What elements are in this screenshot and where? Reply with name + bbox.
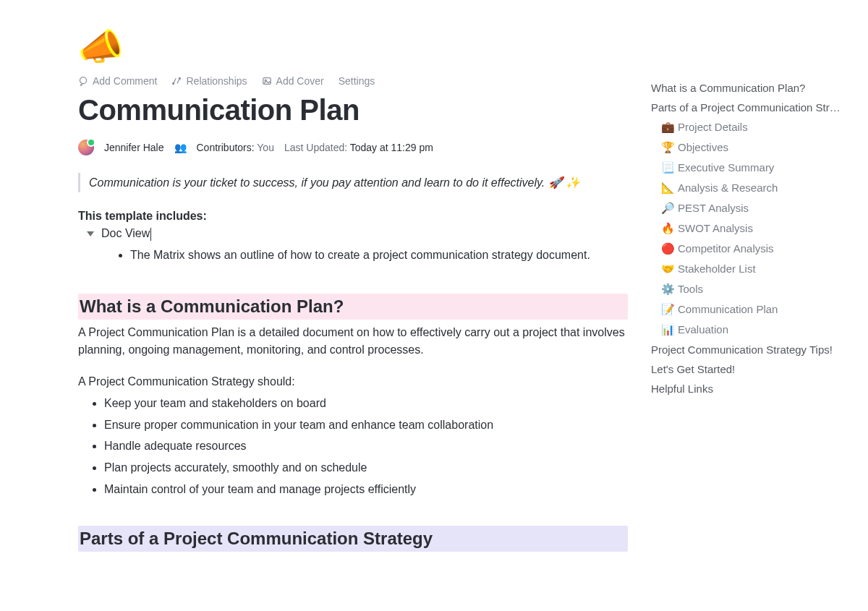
settings-button[interactable]: Settings [339, 75, 375, 87]
outline-subitem[interactable]: 📐Analysis & Research [651, 178, 846, 198]
outline-item[interactable]: Helpful Links [651, 379, 846, 398]
list-item: Handle adequate resources [104, 435, 628, 457]
list-item: Maintain control of your team and manage… [104, 479, 628, 500]
outline-sub-label: Executive Summary [678, 161, 774, 174]
outline-item[interactable]: Project Communication Strategy Tips! [651, 340, 846, 359]
contributors-value: You [257, 142, 274, 153]
outline-sub-label: Objectives [678, 141, 728, 153]
main-content: 📣 Add Comment Relationships Add Cover Se… [78, 29, 628, 556]
outline-sub-label: Competitor Analysis [678, 242, 774, 255]
doc-view-bullet-item: The Matrix shows an outline of how to cr… [130, 246, 628, 265]
outline-sub-label: PEST Analysis [678, 202, 749, 214]
svg-point-2 [179, 77, 181, 79]
page-title[interactable]: Communication Plan [78, 94, 628, 127]
red-circle-icon: 🔴 [661, 242, 675, 255]
last-updated-label: Last Updated: [284, 142, 347, 153]
outline-subitem[interactable]: ⚙️Tools [651, 279, 846, 299]
outline-sub-label: Analysis & Research [678, 181, 778, 194]
outline-subitem[interactable]: 📃Executive Summary [651, 158, 846, 178]
outline-subitem[interactable]: 🤝Stakeholder List [651, 259, 846, 279]
fire-icon: 🔥 [661, 222, 675, 234]
contributors[interactable]: Contributors: You [197, 142, 274, 153]
add-comment-label: Add Comment [93, 75, 157, 87]
gear-icon: ⚙️ [661, 283, 675, 295]
magnifier-icon: 🔎 [661, 202, 675, 214]
caret-down-icon [87, 231, 94, 236]
page-toolbar: Add Comment Relationships Add Cover Sett… [78, 75, 628, 87]
settings-label: Settings [339, 75, 375, 87]
relationships-button[interactable]: Relationships [171, 75, 247, 87]
outline-subitem[interactable]: 🔥SWOT Analysis [651, 218, 846, 239]
comment-icon [78, 76, 88, 86]
image-icon [262, 76, 272, 86]
outline-subitem[interactable]: 📝Communication Plan [651, 299, 846, 320]
page-meta: Jennifer Hale 👥 Contributors: You Last U… [78, 140, 628, 155]
handshake-icon: 🤝 [661, 262, 675, 275]
add-cover-label: Add Cover [276, 75, 324, 87]
list-item: Plan projects accurately, smoothly and o… [104, 457, 628, 479]
briefcase-icon: 💼 [661, 121, 675, 133]
doc-view-label: Doc View [101, 227, 150, 240]
outline-sub-label: Evaluation [678, 323, 728, 336]
outline-sub-label: Tools [678, 283, 703, 295]
outline-subitem[interactable]: 🔎PEST Analysis [651, 198, 846, 218]
author-avatar[interactable] [78, 140, 94, 155]
doc-view-toggle[interactable]: Doc View [78, 227, 628, 240]
add-comment-button[interactable]: Add Comment [78, 75, 157, 87]
add-cover-button[interactable]: Add Cover [262, 75, 324, 87]
last-updated: Last Updated: Today at 11:29 pm [284, 142, 433, 153]
outline-sidebar: What is a Communication Plan? Parts of a… [651, 78, 846, 398]
list-item: Ensure proper communication in your team… [104, 414, 628, 436]
svg-point-1 [173, 82, 174, 84]
section-heading-parts[interactable]: Parts of a Project Communication Strateg… [78, 526, 628, 552]
list-item: Keep your team and stakeholders on board [104, 393, 628, 414]
contributors-icon: 👥 [174, 142, 187, 153]
relationships-label: Relationships [186, 75, 247, 87]
section1-paragraph[interactable]: A Project Communication Plan is a detail… [78, 324, 628, 360]
bar-chart-icon: 📊 [661, 323, 675, 336]
triangle-ruler-icon: 📐 [661, 181, 675, 194]
contributors-label: Contributors: [197, 142, 255, 153]
doc-view-bullets[interactable]: The Matrix shows an outline of how to cr… [78, 246, 628, 265]
author-name[interactable]: Jennifer Hale [104, 142, 164, 153]
outline-subitem[interactable]: 📊Evaluation [651, 320, 846, 340]
outline-sub-label: SWOT Analysis [678, 222, 753, 234]
outline-item[interactable]: What is a Communication Plan? [651, 78, 846, 98]
quote-block[interactable]: Communication is your ticket to success,… [78, 173, 628, 192]
trophy-icon: 🏆 [661, 141, 675, 153]
outline-sub-label: Stakeholder List [678, 262, 756, 275]
memo-icon: 📝 [661, 303, 675, 315]
page-icon: 📃 [661, 161, 675, 174]
page-icon[interactable]: 📣 [78, 29, 628, 65]
outline-subitem[interactable]: 🔴Competitor Analysis [651, 239, 846, 259]
section1-lead[interactable]: A Project Communication Strategy should: [78, 375, 628, 388]
outline-subitem[interactable]: 💼Project Details [651, 117, 846, 137]
section-heading-what-is[interactable]: What is a Communication Plan? [78, 294, 628, 320]
outline-subitem[interactable]: 🏆Objectives [651, 137, 846, 158]
section1-bullets[interactable]: Keep your team and stakeholders on board… [78, 393, 628, 500]
last-updated-value: Today at 11:29 pm [350, 142, 433, 153]
outline-item[interactable]: Parts of a Project Communication Strateg… [651, 98, 846, 117]
template-includes-heading[interactable]: This template includes: [78, 210, 628, 223]
relationships-icon [171, 76, 182, 86]
svg-point-0 [80, 77, 86, 84]
outline-item[interactable]: Let's Get Started! [651, 359, 846, 379]
outline-sub-label: Communication Plan [678, 303, 778, 315]
outline-sub-label: Project Details [678, 121, 748, 133]
